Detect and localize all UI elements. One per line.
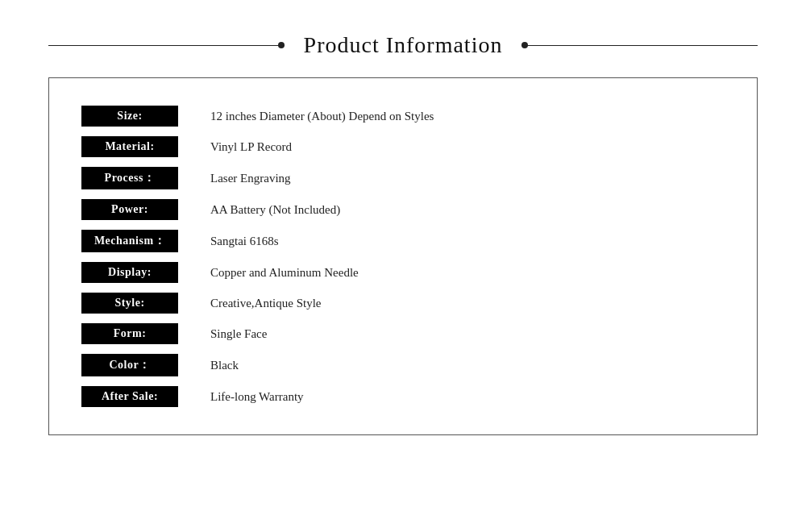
label-cell: Form: (81, 318, 210, 349)
value-cell: Sangtai 6168s (210, 225, 725, 257)
label-badge: Power: (81, 199, 178, 220)
label-badge: Material: (81, 136, 178, 157)
label-cell: Process： (81, 162, 210, 194)
value-cell: Laser Engraving (210, 162, 725, 194)
label-cell: Display: (81, 257, 210, 288)
section-header: Product Information (48, 32, 758, 58)
value-cell: Single Face (210, 318, 725, 349)
label-badge: Mechanism： (81, 230, 178, 252)
table-row: Style:Creative,Antique Style (81, 288, 725, 318)
table-row: Color：Black (81, 349, 725, 381)
label-cell: Power: (81, 194, 210, 225)
value-cell: Life-long Warranty (210, 381, 725, 412)
table-row: Power:AA Battery (Not Included) (81, 194, 725, 225)
label-badge: After Sale: (81, 386, 178, 407)
table-row: Mechanism：Sangtai 6168s (81, 225, 725, 257)
label-badge: Color： (81, 354, 178, 376)
value-cell: Black (210, 349, 725, 381)
table-row: After Sale:Life-long Warranty (81, 381, 725, 412)
value-cell: AA Battery (Not Included) (210, 194, 725, 225)
table-row: Material:Vinyl LP Record (81, 131, 725, 162)
label-cell: Style: (81, 288, 210, 318)
table-row: Display:Copper and Aluminum Needle (81, 257, 725, 288)
label-badge: Form: (81, 323, 178, 344)
value-cell: Copper and Aluminum Needle (210, 257, 725, 288)
value-cell: 12 inches Diameter (About) Depend on Sty… (210, 101, 725, 131)
header-line-right (521, 45, 758, 46)
label-cell: Mechanism： (81, 225, 210, 257)
label-badge: Style: (81, 293, 178, 314)
table-row: Process：Laser Engraving (81, 162, 725, 194)
label-badge: Size: (81, 106, 178, 127)
label-cell: After Sale: (81, 381, 210, 412)
label-badge: Process： (81, 167, 178, 189)
table-row: Size:12 inches Diameter (About) Depend o… (81, 101, 725, 131)
value-cell: Creative,Antique Style (210, 288, 725, 318)
label-cell: Material: (81, 131, 210, 162)
info-table: Size:12 inches Diameter (About) Depend o… (81, 101, 725, 412)
label-cell: Size: (81, 101, 210, 131)
header-line-left (48, 45, 285, 46)
value-cell: Vinyl LP Record (210, 131, 725, 162)
label-cell: Color： (81, 349, 210, 381)
label-badge: Display: (81, 262, 178, 283)
table-row: Form:Single Face (81, 318, 725, 349)
info-box: Size:12 inches Diameter (About) Depend o… (48, 77, 758, 435)
section-title: Product Information (285, 32, 522, 58)
